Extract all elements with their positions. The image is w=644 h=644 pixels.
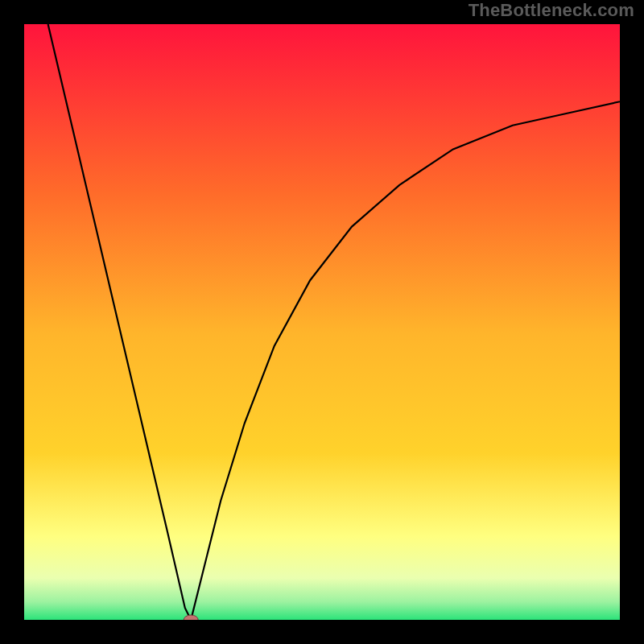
- gradient-background: [24, 24, 620, 620]
- watermark-text: TheBottleneck.com: [469, 0, 634, 21]
- chart-frame: TheBottleneck.com: [0, 0, 644, 644]
- plot-area: [24, 24, 620, 620]
- plot-svg: [24, 24, 620, 620]
